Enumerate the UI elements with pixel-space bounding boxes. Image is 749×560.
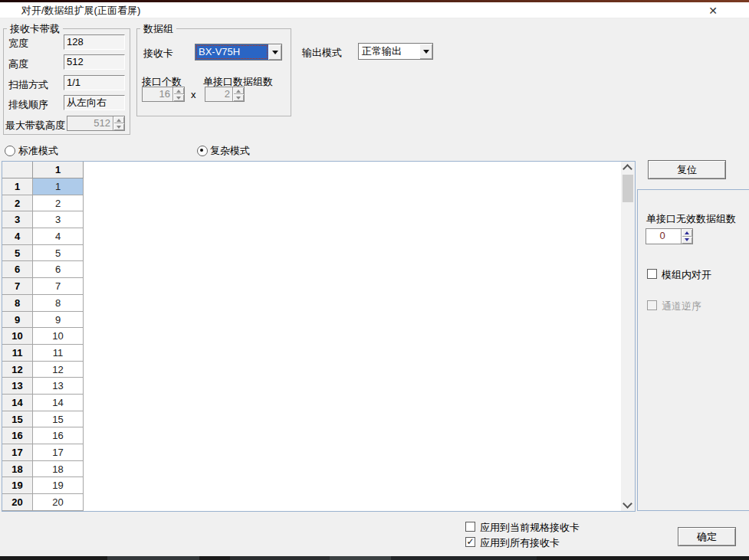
table-row: 99 xyxy=(2,312,84,329)
table-cell[interactable]: 20 xyxy=(33,494,84,511)
table-cell[interactable]: 1 xyxy=(33,178,84,195)
row-header[interactable]: 6 xyxy=(2,261,33,278)
spin-down-icon xyxy=(173,94,184,101)
row-header[interactable]: 16 xyxy=(2,427,33,444)
table-column-header[interactable]: 1 xyxy=(33,162,84,178)
table-row: 22 xyxy=(2,195,84,212)
cable-order-label: 排线顺序 xyxy=(8,98,48,112)
apply-current-checkbox[interactable] xyxy=(465,522,475,532)
output-mode-value: 正常输出 xyxy=(359,44,419,59)
invalid-groups-spinner[interactable]: 0 xyxy=(646,228,693,244)
spin-up-icon[interactable] xyxy=(682,229,692,237)
table-cell[interactable]: 6 xyxy=(33,261,84,278)
standard-mode-radio[interactable] xyxy=(5,146,15,156)
group-card-load: 接收卡带载 宽度 128 高度 512 扫描方式 1/1 排线顺序 从左向右 最… xyxy=(3,28,130,135)
group-data: 数据组 接收卡 BX-V75H 接口个数 单接口数据组数 16 x 2 xyxy=(136,28,291,116)
output-mode-label: 输出模式 xyxy=(302,46,342,60)
table-cell[interactable]: 11 xyxy=(33,345,84,362)
row-header[interactable]: 3 xyxy=(2,211,33,228)
table-cell[interactable]: 14 xyxy=(33,395,84,411)
max-height-label: 最大带载高度 xyxy=(5,119,65,133)
reset-button[interactable]: 复位 xyxy=(648,160,726,179)
scroll-down-icon[interactable] xyxy=(623,499,632,509)
table-cell[interactable]: 9 xyxy=(33,312,84,329)
cable-order-field[interactable]: 从左向右 xyxy=(64,95,125,110)
row-header[interactable]: 5 xyxy=(2,245,33,262)
table-cell[interactable]: 2 xyxy=(33,195,84,212)
row-header[interactable]: 12 xyxy=(2,362,33,378)
table-cell[interactable]: 16 xyxy=(33,427,84,444)
row-header[interactable]: 14 xyxy=(2,395,33,411)
window-title: 对开/数据组扩展(正面看屏) xyxy=(21,4,140,18)
chevron-down-icon[interactable] xyxy=(268,44,281,60)
height-field[interactable]: 512 xyxy=(64,54,125,70)
row-header[interactable]: 20 xyxy=(2,494,33,511)
group-card-load-title: 接收卡带载 xyxy=(7,22,63,36)
grid-rows: 1122334455667788991010111112121313141415… xyxy=(2,178,84,511)
row-header[interactable]: 4 xyxy=(2,228,33,245)
scrollbar-thumb[interactable] xyxy=(623,175,633,202)
table-row: 77 xyxy=(2,278,84,295)
table-row: 1212 xyxy=(2,362,84,378)
module-split-checkbox[interactable] xyxy=(647,269,657,279)
scroll-up-icon[interactable] xyxy=(623,164,632,174)
table-row: 1717 xyxy=(2,444,84,461)
row-header[interactable]: 2 xyxy=(2,195,33,212)
table-cell[interactable]: 12 xyxy=(33,362,84,378)
table-row: 1919 xyxy=(2,477,84,494)
standard-mode-label: 标准模式 xyxy=(18,144,58,158)
chevron-down-icon[interactable] xyxy=(419,44,432,59)
row-header[interactable]: 9 xyxy=(2,312,33,329)
complex-mode-radio[interactable] xyxy=(197,146,208,156)
module-split-label: 模组内对开 xyxy=(662,268,711,282)
mapping-table: 1 11223344556677889910101111121213131414… xyxy=(2,161,636,512)
table-cell[interactable]: 10 xyxy=(33,328,84,345)
width-field[interactable]: 128 xyxy=(64,34,125,50)
table-cell[interactable]: 8 xyxy=(33,295,84,312)
table-row: 1313 xyxy=(2,378,84,395)
row-header[interactable]: 15 xyxy=(2,411,33,428)
close-icon[interactable]: ✕ xyxy=(701,4,725,18)
table-row: 1414 xyxy=(2,395,84,411)
row-header[interactable]: 10 xyxy=(2,328,33,345)
row-header[interactable]: 11 xyxy=(2,345,33,362)
row-header[interactable]: 13 xyxy=(2,378,33,395)
table-row: 1616 xyxy=(2,427,84,444)
spin-up-icon xyxy=(113,116,124,123)
table-cell[interactable]: 4 xyxy=(33,228,84,245)
table-row: 1515 xyxy=(2,411,84,428)
table-row: 88 xyxy=(2,295,84,312)
table-row: 11 xyxy=(2,178,84,195)
apply-all-checkbox[interactable]: ✓ xyxy=(465,537,475,547)
vertical-scrollbar[interactable] xyxy=(621,162,635,511)
row-header[interactable]: 17 xyxy=(2,444,33,461)
table-cell[interactable]: 19 xyxy=(33,477,84,494)
row-header[interactable]: 18 xyxy=(2,461,33,478)
row-header[interactable]: 8 xyxy=(2,295,33,312)
table-row: 1111 xyxy=(2,345,84,362)
scan-mode-field[interactable]: 1/1 xyxy=(64,75,125,90)
spin-down-icon[interactable] xyxy=(682,237,692,244)
group-data-title: 数据组 xyxy=(140,22,176,36)
channel-reverse-checkbox xyxy=(647,300,657,310)
table-cell[interactable]: 18 xyxy=(33,461,84,478)
table-row: 2020 xyxy=(2,494,84,511)
output-mode-combobox[interactable]: 正常输出 xyxy=(358,43,433,60)
table-cell[interactable]: 5 xyxy=(33,245,84,262)
row-header[interactable]: 7 xyxy=(2,278,33,295)
apply-current-label: 应用到当前规格接收卡 xyxy=(480,521,580,535)
height-label: 高度 xyxy=(8,57,28,71)
row-header[interactable]: 1 xyxy=(2,178,33,195)
table-cell[interactable]: 17 xyxy=(33,444,84,461)
table-cell[interactable]: 15 xyxy=(33,411,84,428)
table-cell[interactable]: 3 xyxy=(33,211,84,228)
row-header[interactable]: 19 xyxy=(2,477,33,494)
table-row: 1818 xyxy=(2,461,84,478)
table-cell[interactable]: 7 xyxy=(33,278,84,295)
table-row: 1010 xyxy=(2,328,84,345)
table-cell[interactable]: 13 xyxy=(33,378,84,395)
bottom-edge-strip xyxy=(0,556,749,560)
ok-button[interactable]: 确定 xyxy=(678,527,736,546)
dialog-window: 对开/数据组扩展(正面看屏) ✕ 接收卡带载 宽度 128 高度 512 扫描方… xyxy=(0,0,749,560)
receive-card-combobox[interactable]: BX-V75H xyxy=(195,44,282,61)
